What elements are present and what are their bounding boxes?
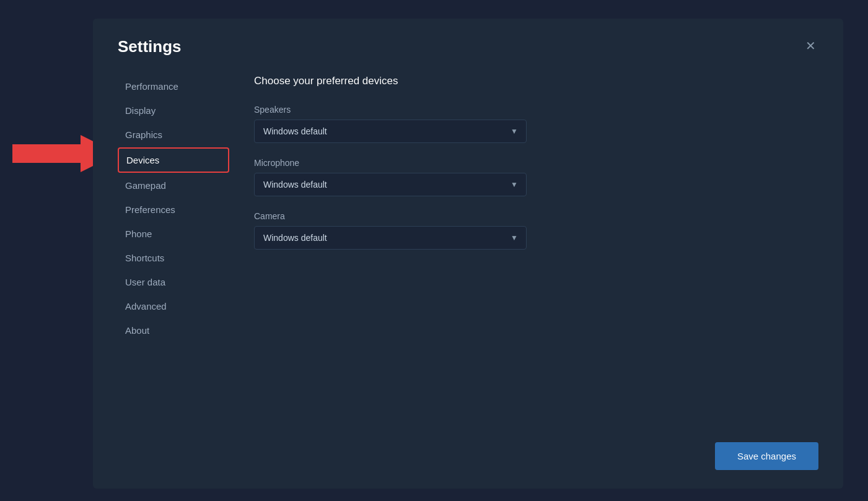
settings-body: PerformanceDisplayGraphicsDevicesGamepad… bbox=[93, 69, 843, 430]
settings-header: Settings ✕ bbox=[93, 19, 843, 69]
settings-footer: Save changes bbox=[93, 430, 843, 489]
device-label-speakers: Speakers bbox=[254, 105, 794, 115]
device-section-camera: CameraWindows defaultIntegrated WebcamUS… bbox=[254, 211, 794, 250]
device-section-speakers: SpeakersWindows defaultSpeakers (Realtek… bbox=[254, 105, 794, 143]
sidebar-item-about[interactable]: About bbox=[118, 319, 229, 342]
device-select-speakers[interactable]: Windows defaultSpeakers (Realtek Audio)H… bbox=[254, 120, 527, 143]
device-select-wrapper-microphone: Windows defaultMicrophone (Realtek Audio… bbox=[254, 173, 527, 196]
sidebar: PerformanceDisplayGraphicsDevicesGamepad… bbox=[118, 69, 229, 430]
sidebar-item-graphics[interactable]: Graphics bbox=[118, 123, 229, 146]
sidebar-item-shortcuts[interactable]: Shortcuts bbox=[118, 246, 229, 269]
content-area: Choose your preferred devices SpeakersWi… bbox=[229, 69, 818, 430]
sidebar-item-user-data[interactable]: User data bbox=[118, 271, 229, 294]
sidebar-item-display[interactable]: Display bbox=[118, 99, 229, 122]
settings-dialog: Settings ✕ PerformanceDisplayGraphicsDev… bbox=[93, 19, 843, 489]
sidebar-item-preferences[interactable]: Preferences bbox=[118, 198, 229, 221]
device-select-wrapper-camera: Windows defaultIntegrated WebcamUSB Came… bbox=[254, 226, 527, 250]
sidebar-item-advanced[interactable]: Advanced bbox=[118, 295, 229, 318]
device-select-microphone[interactable]: Windows defaultMicrophone (Realtek Audio… bbox=[254, 173, 527, 196]
settings-title: Settings bbox=[118, 37, 182, 56]
device-label-microphone: Microphone bbox=[254, 158, 794, 168]
sidebar-item-phone[interactable]: Phone bbox=[118, 222, 229, 245]
sidebar-item-devices[interactable]: Devices bbox=[118, 147, 229, 173]
save-changes-button[interactable]: Save changes bbox=[715, 442, 818, 470]
sidebar-item-performance[interactable]: Performance bbox=[118, 75, 229, 98]
device-section-microphone: MicrophoneWindows defaultMicrophone (Rea… bbox=[254, 158, 794, 196]
device-select-wrapper-speakers: Windows defaultSpeakers (Realtek Audio)H… bbox=[254, 120, 527, 143]
sidebar-item-gamepad[interactable]: Gamepad bbox=[118, 174, 229, 197]
close-button[interactable]: ✕ bbox=[803, 37, 818, 54]
content-title: Choose your preferred devices bbox=[254, 75, 794, 87]
device-label-camera: Camera bbox=[254, 211, 794, 221]
device-select-camera[interactable]: Windows defaultIntegrated WebcamUSB Came… bbox=[254, 226, 527, 250]
